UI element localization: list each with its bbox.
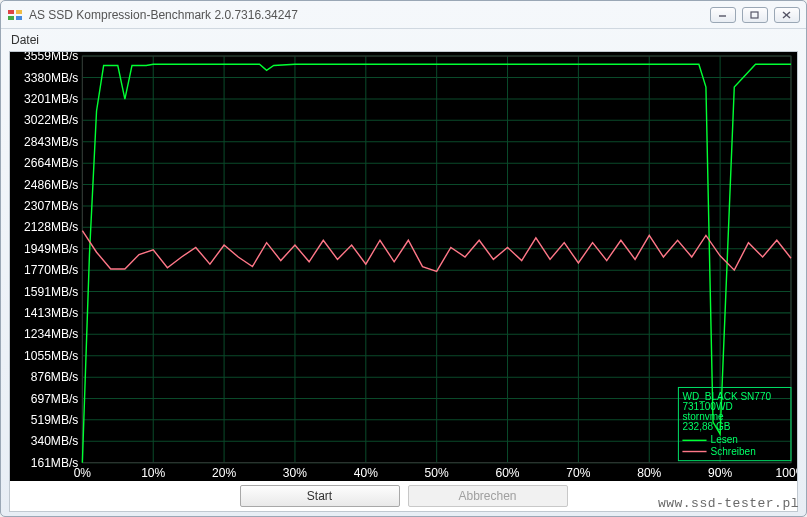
app-window: AS SSD Kompression-Benchmark 2.0.7316.34… bbox=[0, 0, 807, 517]
svg-text:232,88 GB: 232,88 GB bbox=[682, 421, 730, 432]
svg-text:697MB/s: 697MB/s bbox=[31, 392, 79, 406]
benchmark-chart: 0%10%20%30%40%50%60%70%80%90%100%161MB/s… bbox=[10, 52, 797, 481]
svg-text:1770MB/s: 1770MB/s bbox=[24, 263, 78, 277]
svg-text:50%: 50% bbox=[425, 466, 449, 480]
start-button[interactable]: Start bbox=[240, 485, 400, 507]
window-controls bbox=[710, 7, 800, 23]
svg-rect-5 bbox=[751, 12, 758, 18]
svg-rect-3 bbox=[16, 16, 22, 20]
svg-text:1591MB/s: 1591MB/s bbox=[24, 285, 78, 299]
svg-text:519MB/s: 519MB/s bbox=[31, 413, 79, 427]
svg-text:2128MB/s: 2128MB/s bbox=[24, 220, 78, 234]
menubar: Datei bbox=[1, 29, 806, 51]
content-panel: 0%10%20%30%40%50%60%70%80%90%100%161MB/s… bbox=[9, 51, 798, 512]
svg-text:161MB/s: 161MB/s bbox=[31, 456, 79, 470]
menu-file[interactable]: Datei bbox=[11, 33, 39, 47]
watermark: www.ssd-tester.pl bbox=[658, 496, 799, 511]
svg-text:1234MB/s: 1234MB/s bbox=[24, 327, 78, 341]
minimize-button[interactable] bbox=[710, 7, 736, 23]
svg-text:1413MB/s: 1413MB/s bbox=[24, 306, 78, 320]
svg-text:70%: 70% bbox=[566, 466, 590, 480]
svg-text:3022MB/s: 3022MB/s bbox=[24, 113, 78, 127]
svg-text:2843MB/s: 2843MB/s bbox=[24, 135, 78, 149]
svg-text:340MB/s: 340MB/s bbox=[31, 434, 79, 448]
svg-text:Lesen: Lesen bbox=[711, 434, 738, 445]
svg-text:2664MB/s: 2664MB/s bbox=[24, 156, 78, 170]
maximize-button[interactable] bbox=[742, 7, 768, 23]
close-button[interactable] bbox=[774, 7, 800, 23]
app-icon bbox=[7, 7, 23, 23]
window-title: AS SSD Kompression-Benchmark 2.0.7316.34… bbox=[29, 8, 710, 22]
svg-text:10%: 10% bbox=[141, 466, 165, 480]
svg-text:1949MB/s: 1949MB/s bbox=[24, 242, 78, 256]
svg-rect-1 bbox=[8, 16, 14, 20]
titlebar[interactable]: AS SSD Kompression-Benchmark 2.0.7316.34… bbox=[1, 1, 806, 29]
svg-rect-2 bbox=[16, 10, 22, 14]
svg-text:90%: 90% bbox=[708, 466, 732, 480]
svg-text:20%: 20% bbox=[212, 466, 236, 480]
svg-rect-0 bbox=[8, 10, 14, 14]
svg-text:40%: 40% bbox=[354, 466, 378, 480]
svg-text:30%: 30% bbox=[283, 466, 307, 480]
svg-text:Schreiben: Schreiben bbox=[711, 446, 756, 457]
svg-text:60%: 60% bbox=[495, 466, 519, 480]
cancel-button: Abbrechen bbox=[408, 485, 568, 507]
svg-text:3201MB/s: 3201MB/s bbox=[24, 92, 78, 106]
svg-text:3380MB/s: 3380MB/s bbox=[24, 70, 78, 84]
svg-text:3559MB/s: 3559MB/s bbox=[24, 52, 78, 63]
svg-text:2486MB/s: 2486MB/s bbox=[24, 177, 78, 191]
svg-text:2307MB/s: 2307MB/s bbox=[24, 199, 78, 213]
chart-area: 0%10%20%30%40%50%60%70%80%90%100%161MB/s… bbox=[10, 52, 797, 481]
svg-text:1055MB/s: 1055MB/s bbox=[24, 349, 78, 363]
svg-text:80%: 80% bbox=[637, 466, 661, 480]
svg-text:876MB/s: 876MB/s bbox=[31, 370, 79, 384]
svg-text:100%: 100% bbox=[776, 466, 797, 480]
